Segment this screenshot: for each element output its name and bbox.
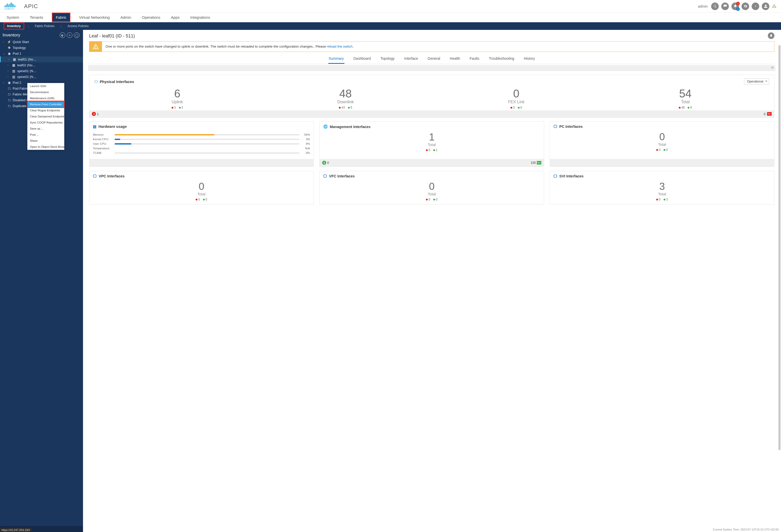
tree-leaf02[interactable]: ›▦leaf02 (No… xyxy=(0,62,83,68)
reload-link[interactable]: reload the switch xyxy=(327,45,353,48)
status-url: https://10.247.254.10/# xyxy=(0,528,32,532)
subnav-inventory[interactable]: Inventory xyxy=(5,24,23,29)
user-label[interactable]: admin xyxy=(698,4,708,8)
vfc-interfaces-card: 🖵VFC Interfaces 0 Total 00 xyxy=(319,171,544,204)
svi-green: 3 xyxy=(664,198,668,201)
gear-icon[interactable] xyxy=(742,3,749,10)
mode-select[interactable]: Operational xyxy=(744,78,769,85)
mainnav-apps[interactable]: Apps xyxy=(170,13,181,22)
panel-title: Physical Interfaces xyxy=(100,79,134,84)
svg-text:?: ? xyxy=(755,5,756,8)
monitor-icon: 🖵 xyxy=(323,174,327,178)
detail-tabs: SummaryDashboardTopologyInterfaceGeneral… xyxy=(89,54,774,64)
tab-summary[interactable]: Summary xyxy=(328,54,344,64)
vfc-label: Total xyxy=(323,192,540,196)
tree-pod1[interactable]: ⌄◉Pod 1 xyxy=(0,51,83,56)
help-icon[interactable]: ? xyxy=(752,3,759,10)
card-title: VPC Interfaces xyxy=(99,174,125,178)
card-title: PC Interfaces xyxy=(559,125,583,129)
tab-health[interactable]: Health xyxy=(449,54,460,64)
sub-nav: Inventory|Fabric Policies|Access Policie… xyxy=(0,22,781,30)
bell-icon[interactable]: 1 1 xyxy=(731,3,739,10)
search-icon[interactable] xyxy=(711,3,719,10)
mgmt-red: 0 xyxy=(426,148,430,152)
context-menu: Launch SSHDecommissionMaintenance (GIR)R… xyxy=(27,83,64,150)
mainnav-fabric[interactable]: Fabric xyxy=(52,13,70,22)
ctx-open-in-object-store-browser[interactable]: Open In Object Store Browser xyxy=(27,144,64,150)
footer-time: Current System Time: 2023-07-13T16:10 UT… xyxy=(710,527,781,532)
hardware-usage-card: ▤Hardware usage Memory:54%Kernel CPU:3%U… xyxy=(89,121,314,167)
tree-topology[interactable]: ❋Topology xyxy=(0,45,83,51)
refresh-icon[interactable]: ⟳ xyxy=(771,66,774,70)
vpc-interfaces-card: 🖵VPC Interfaces 0 Total 00 xyxy=(89,171,314,204)
ctx-maintenance-gir-[interactable]: Maintenance (GIR) xyxy=(27,95,64,101)
tab-general[interactable]: General xyxy=(427,54,441,64)
subnav-fabric-policies[interactable]: Fabric Policies xyxy=(33,24,56,29)
sidebar-tool-1[interactable]: ◐ xyxy=(60,32,65,38)
tab-interface[interactable]: Interface xyxy=(404,54,418,64)
tab-dashboard[interactable]: Dashboard xyxy=(353,54,372,64)
hw-row-tcam: TCAM:0% xyxy=(93,151,310,154)
heartbeat-icon xyxy=(537,161,541,165)
mainnav-system[interactable]: System xyxy=(5,13,21,22)
sidebar: Inventory ◐ ≡ ◯ ›⚡Quick Start ❋Topology … xyxy=(0,30,83,532)
ctx-decommission[interactable]: Decommission xyxy=(27,89,64,95)
error-icon: ✕ xyxy=(92,112,96,116)
tab-topology[interactable]: Topology xyxy=(380,54,395,64)
tab-troubleshooting[interactable]: Troubleshooting xyxy=(488,54,515,64)
ctx-remove-from-controller[interactable]: Remove From Controller xyxy=(27,101,64,107)
mainnav-admin[interactable]: Admin xyxy=(119,13,133,22)
mainnav-operations[interactable]: Operations xyxy=(140,13,162,22)
mainnav-tenants[interactable]: Tenants xyxy=(28,13,45,22)
tree-quick-start[interactable]: ›⚡Quick Start xyxy=(0,39,83,45)
sidebar-tool-3[interactable]: ◯ xyxy=(74,32,79,38)
tree-label: spine02 (N… xyxy=(17,75,36,79)
tree-label: leaf02 (No… xyxy=(17,63,36,67)
ctx-share[interactable]: Share xyxy=(27,138,64,144)
sidebar-tool-2[interactable]: ≡ xyxy=(67,32,72,38)
tree-spine02[interactable]: ›▥spine02 (N… xyxy=(0,74,83,80)
ctx-save-as-[interactable]: Save as ... xyxy=(27,126,64,132)
tree-spine01[interactable]: ›▥spine01 (N… xyxy=(0,68,83,74)
ctx-post-[interactable]: Post ... xyxy=(27,132,64,138)
tree-label: Quick Start xyxy=(13,40,29,44)
apps-icon[interactable]: ⁂ xyxy=(772,4,776,9)
ctx-clear-dampened-endpoints[interactable]: Clear Dampened Endpoints xyxy=(27,113,64,119)
content-area: Leaf - leaf01 (ID - 511) One or more por… xyxy=(83,30,781,532)
tab-faults[interactable]: Faults xyxy=(469,54,480,64)
warning-icon xyxy=(89,42,102,52)
globe-icon: 🌐 xyxy=(323,125,328,129)
pc-green: 0 xyxy=(664,148,668,152)
clipboard-icon: ▤ xyxy=(93,125,96,129)
hw-row-temperature: Temperature:N/A xyxy=(93,147,310,150)
vfc-red: 0 xyxy=(426,198,430,201)
ctx-clear-rogue-endpoints[interactable]: Clear Rogue Endpoints xyxy=(27,107,64,113)
heartbeat-icon xyxy=(767,112,772,116)
feedback-icon[interactable] xyxy=(721,3,729,10)
cisco-logo: CISCO APIC xyxy=(5,3,38,10)
tab-history[interactable]: History xyxy=(523,54,536,64)
brand-label: APIC xyxy=(24,3,38,10)
bookmark-icon[interactable] xyxy=(768,32,774,39)
subnav-access-policies[interactable]: Access Policies xyxy=(66,24,90,29)
mainnav-integrations[interactable]: Integrations xyxy=(189,13,212,22)
if-col-downlink: 48Downlink435 xyxy=(337,88,354,109)
card-title: VFC Interfaces xyxy=(329,174,355,178)
alert-text: One or more ports on the switch have cha… xyxy=(106,45,327,48)
tree-label: Topology xyxy=(13,46,26,50)
mgmt-interfaces-card: 🌐Management Interfaces 1 Total 01 ⬇0100 xyxy=(319,121,544,167)
vpc-red: 0 xyxy=(196,198,200,201)
phys-status-bar: ✕1 0 xyxy=(89,110,774,117)
svi-label: Total xyxy=(553,192,771,196)
scrollbar[interactable] xyxy=(778,45,780,522)
pc-interfaces-card: 🖵PC Interfaces 0 Total 00 xyxy=(550,121,774,167)
ctx-launch-ssh[interactable]: Launch SSH xyxy=(27,83,64,89)
pc-red: 0 xyxy=(656,148,661,152)
if-col-uplink: 6Uplink33 xyxy=(172,88,183,109)
tree-leaf01[interactable]: ›▦leaf01 (No… xyxy=(0,56,83,62)
ctx-sync-coop-repositories[interactable]: Sync COOP Repositories xyxy=(27,119,64,126)
pc-count: 0 xyxy=(553,132,771,142)
vpc-label: Total xyxy=(93,192,310,196)
mainnav-virtual-networking[interactable]: Virtual Networking xyxy=(77,13,111,22)
user-icon[interactable] xyxy=(762,3,769,10)
